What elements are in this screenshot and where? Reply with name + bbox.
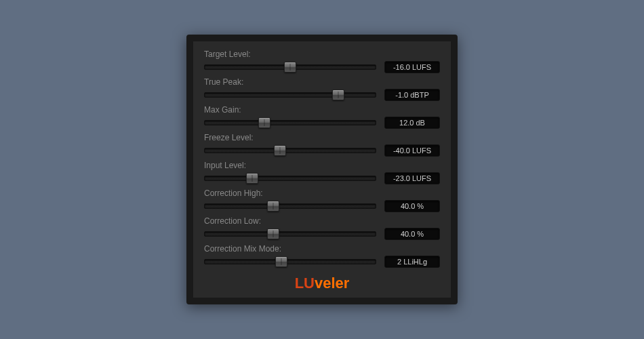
param-row: Freeze Level:-40.0 LUFS: [204, 133, 440, 157]
logo-suffix: veler: [315, 275, 349, 292]
plugin-panel: Target Level:-16.0 LUFSTrue Peak:-1.0 dB…: [186, 35, 458, 304]
param-controls: -23.0 LUFS: [204, 172, 440, 184]
value-display[interactable]: 12.0 dB: [384, 117, 440, 129]
slider[interactable]: [204, 173, 376, 184]
slider-thumb[interactable]: [275, 256, 287, 267]
value-display[interactable]: 40.0 %: [384, 228, 440, 240]
slider[interactable]: [204, 89, 376, 100]
logo-prefix: LU: [295, 275, 315, 292]
slider-track: [204, 231, 376, 237]
value-display[interactable]: -16.0 LUFS: [384, 61, 440, 73]
value-display[interactable]: -1.0 dBTP: [384, 89, 440, 101]
slider[interactable]: [204, 201, 376, 212]
slider-thumb[interactable]: [267, 228, 279, 239]
slider-thumb[interactable]: [284, 62, 296, 73]
param-row: Input Level:-23.0 LUFS: [204, 161, 440, 184]
param-label: Max Gain:: [204, 105, 440, 115]
slider-track: [204, 148, 376, 153]
slider[interactable]: [204, 256, 376, 267]
param-row: True Peak:-1.0 dBTP: [204, 77, 440, 101]
slider-track: [204, 176, 376, 181]
slider-thumb[interactable]: [332, 89, 344, 100]
plugin-logo: LUveler: [204, 275, 440, 292]
param-label: Freeze Level:: [204, 133, 440, 142]
slider[interactable]: [204, 117, 376, 128]
slider-track: [204, 203, 376, 209]
slider-track: [204, 120, 376, 125]
param-controls: -1.0 dBTP: [204, 89, 440, 101]
slider[interactable]: [204, 62, 376, 73]
slider-thumb[interactable]: [246, 173, 258, 184]
param-label: True Peak:: [204, 77, 440, 87]
value-display[interactable]: -23.0 LUFS: [384, 172, 440, 184]
slider-thumb[interactable]: [274, 145, 286, 156]
param-controls: -16.0 LUFS: [204, 61, 440, 73]
param-row: Correction High:40.0 %: [204, 188, 440, 212]
slider-thumb[interactable]: [258, 117, 270, 128]
param-controls: 40.0 %: [204, 228, 440, 240]
param-row: Correction Low:40.0 %: [204, 216, 440, 240]
slider-track: [204, 259, 376, 264]
slider[interactable]: [204, 145, 376, 156]
param-controls: 12.0 dB: [204, 117, 440, 129]
param-row: Correction Mix Mode:2 LLiHLg: [204, 244, 440, 268]
param-controls: 2 LLiHLg: [204, 256, 440, 268]
param-controls: 40.0 %: [204, 200, 440, 212]
slider[interactable]: [204, 228, 376, 239]
value-display[interactable]: 2 LLiHLg: [384, 256, 440, 268]
param-row: Target Level:-16.0 LUFS: [204, 49, 440, 73]
param-label: Correction Low:: [204, 216, 440, 226]
param-label: Input Level:: [204, 161, 440, 170]
slider-thumb[interactable]: [267, 201, 279, 212]
slider-track: [204, 92, 376, 98]
value-display[interactable]: -40.0 LUFS: [384, 144, 440, 157]
params-container: Target Level:-16.0 LUFSTrue Peak:-1.0 dB…: [204, 49, 440, 268]
param-label: Target Level:: [204, 49, 440, 59]
param-label: Correction High:: [204, 188, 440, 198]
param-label: Correction Mix Mode:: [204, 244, 440, 254]
param-row: Max Gain:12.0 dB: [204, 105, 440, 129]
param-controls: -40.0 LUFS: [204, 144, 440, 157]
value-display[interactable]: 40.0 %: [384, 200, 440, 212]
